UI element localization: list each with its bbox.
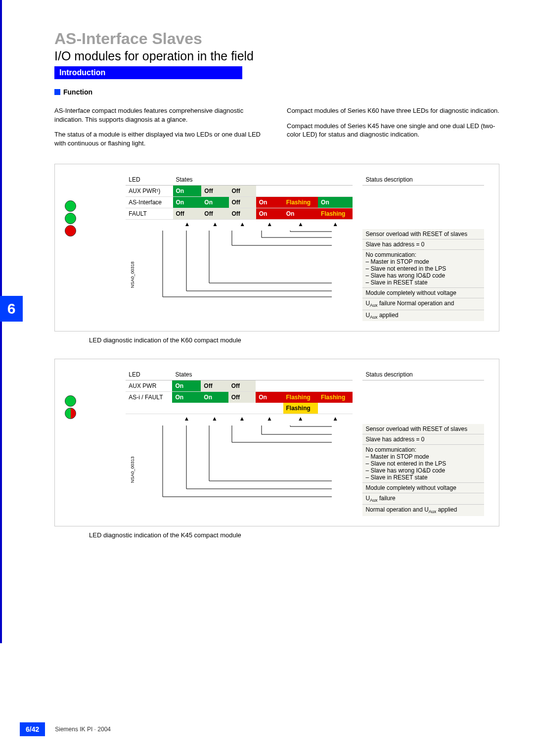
state-cell: Flashing: [283, 403, 318, 414]
state-cell: On: [201, 391, 228, 403]
led-green-icon: [65, 213, 76, 224]
col-led: LED: [126, 369, 172, 380]
col-states: States: [172, 369, 201, 380]
state-cell: Off: [201, 380, 228, 391]
col-status: Status description: [362, 369, 484, 380]
page-number-badge: 6/42: [20, 722, 45, 736]
desc-row: Slave has address = 0: [362, 434, 484, 445]
desc-row: UAux applied: [362, 310, 484, 321]
state-cell: Off: [229, 208, 256, 220]
paragraph-left-2: The status of a module is either display…: [54, 130, 267, 147]
state-cell: Off: [228, 391, 256, 403]
k45-led-column: [65, 369, 121, 420]
chapter-tab: 6: [0, 296, 23, 322]
state-cell: On: [318, 197, 353, 208]
led-asi: AS-Interface: [126, 197, 173, 208]
function-label-text: Function: [63, 88, 92, 96]
led-aux-pwr: AUX PWR: [126, 380, 172, 391]
state-cell: On: [201, 197, 228, 208]
state-cell: Flashing: [283, 391, 318, 403]
led-dual-icon: [65, 408, 76, 419]
state-cell: Off: [201, 186, 228, 197]
ref-code-k60: NSA0_00318: [130, 262, 135, 288]
k45-state-table: LED States AUX PWR On Off Off AS-i / FAU…: [126, 369, 353, 424]
square-bullet-icon: [54, 89, 60, 95]
col-states: States: [173, 174, 202, 186]
led-aux-pwr: AUX PWR¹): [126, 186, 173, 197]
k60-state-table: LED States AUX PWR¹) On Off Off AS-Inter…: [126, 174, 353, 230]
led-asi-fault: AS-i / FAULT: [126, 391, 172, 403]
paragraph-right-2: Compact modules of Series K45 have one s…: [287, 122, 499, 139]
footer-publisher: Siemens IK PI · 2004: [55, 726, 111, 733]
desc-row: Normal operation and UAux applied: [362, 505, 484, 516]
k45-diagram: NSA0_00313 LED States AUX PWR On: [54, 359, 499, 526]
state-cell: Off: [229, 186, 256, 197]
k60-led-column: [65, 174, 121, 237]
function-heading: Function: [54, 88, 499, 96]
state-cell: On: [172, 380, 201, 391]
col-led: LED: [126, 174, 173, 186]
led-green-icon: [65, 200, 76, 212]
desc-row: No communication: – Master in STOP mode …: [362, 250, 484, 288]
k60-diagram: NSA0_00318 LED States AUX PWR¹): [54, 164, 499, 331]
state-cell: Flashing: [318, 391, 353, 403]
desc-row: Sensor overload with RESET of slaves: [362, 424, 484, 434]
state-cell: Off: [229, 197, 256, 208]
led-red-icon: [65, 225, 76, 236]
state-cell: On: [256, 197, 283, 208]
k60-status-column: Status description Sensor overload with …: [357, 174, 484, 321]
desc-row: Slave has address = 0: [362, 239, 484, 250]
led-green-icon: [65, 395, 76, 407]
state-cell: On: [256, 391, 283, 403]
desc-row: UAux failure Normal operation and: [362, 298, 484, 310]
led-fault: FAULT: [126, 208, 173, 220]
k60-caption: LED diagnostic indication of the K60 com…: [89, 336, 499, 344]
state-cell: Off: [173, 208, 202, 220]
paragraph-left-1: AS-Interface compact modules features co…: [54, 106, 267, 124]
page-title: AS-Interface Slaves: [54, 30, 499, 48]
state-cell: Flashing: [318, 208, 353, 220]
desc-row: UAux failure: [362, 493, 484, 505]
state-cell: On: [172, 391, 201, 403]
k45-status-column: Status description Sensor overload with …: [357, 369, 484, 516]
ref-code-k45: NSA0_00313: [130, 456, 135, 483]
desc-row: Sensor overload with RESET of slaves: [362, 229, 484, 239]
page-subtitle: I/O modules for operation in the field: [54, 49, 499, 63]
desc-row: Module completely without voltage: [362, 483, 484, 493]
paragraph-right-1: Compact modules of Series K60 have three…: [287, 106, 499, 115]
k45-caption: LED diagnostic indication of the K45 com…: [89, 531, 499, 539]
state-cell: On: [173, 197, 202, 208]
state-cell: On: [173, 186, 202, 197]
state-cell: Flashing: [283, 197, 318, 208]
intro-heading: Introduction: [54, 66, 242, 79]
state-cell: Off: [228, 380, 256, 391]
state-cell: Off: [201, 208, 228, 220]
col-status: Status description: [362, 174, 484, 186]
desc-row: Module completely without voltage: [362, 288, 484, 298]
desc-row: No communication: – Master in STOP mode …: [362, 445, 484, 483]
left-accent-bar: [0, 0, 2, 643]
state-cell: On: [283, 208, 318, 220]
state-cell: On: [256, 208, 283, 220]
